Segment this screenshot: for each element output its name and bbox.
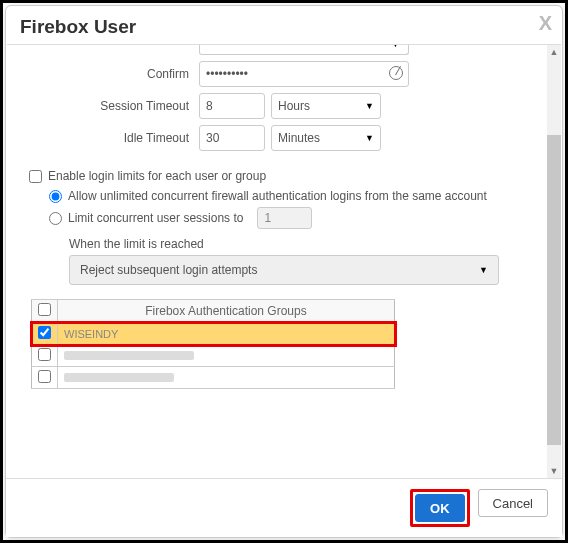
- option-unlimited-radio[interactable]: [49, 190, 62, 203]
- table-row[interactable]: [32, 345, 395, 367]
- idle-timeout-unit-select[interactable]: Minutes ▼: [271, 125, 381, 151]
- confirm-password-input[interactable]: [199, 61, 409, 87]
- scrollbar-thumb[interactable]: [547, 135, 561, 445]
- idle-timeout-value[interactable]: [199, 125, 265, 151]
- truncated-field-row: x ▼: [11, 45, 547, 55]
- session-timeout-row: Session Timeout Hours ▼: [11, 93, 547, 119]
- scroll-down-icon[interactable]: ▼: [547, 464, 561, 478]
- login-limits-section: Enable login limits for each user or gro…: [29, 169, 547, 285]
- option-limit-radio[interactable]: [49, 212, 62, 225]
- reveal-password-icon[interactable]: [389, 66, 403, 80]
- group-row-checkbox[interactable]: [38, 370, 51, 383]
- limit-value-field[interactable]: 1: [257, 207, 312, 229]
- idle-timeout-unit: Minutes: [278, 131, 320, 145]
- confirm-row: Confirm: [11, 61, 547, 87]
- ok-button[interactable]: OK: [415, 494, 465, 522]
- truncated-select[interactable]: ▼: [199, 45, 409, 55]
- cancel-button[interactable]: Cancel: [478, 489, 548, 517]
- chevron-down-icon: ▼: [365, 133, 374, 143]
- group-name: WISEINDY: [58, 323, 395, 345]
- group-name: [58, 367, 395, 389]
- select-all-groups-checkbox[interactable]: [38, 303, 51, 316]
- session-timeout-unit-select[interactable]: Hours ▼: [271, 93, 381, 119]
- scroll-up-icon[interactable]: ▲: [547, 45, 561, 59]
- dialog-title: Firebox User: [20, 16, 136, 37]
- dialog-body: x ▼ Confirm Session Timeout: [7, 45, 547, 478]
- dialog-footer: OK Cancel: [6, 478, 562, 537]
- auth-groups-header: Firebox Authentication Groups: [58, 300, 395, 323]
- scrollbar-track[interactable]: ▲ ▼: [547, 45, 561, 478]
- auth-groups-table: Firebox Authentication Groups WISEINDY: [31, 299, 395, 389]
- limit-reached-action-select[interactable]: Reject subsequent login attempts ▼: [69, 255, 499, 285]
- limit-reached-action: Reject subsequent login attempts: [80, 263, 257, 277]
- confirm-label: Confirm: [11, 67, 199, 81]
- option-limit-label: Limit concurrent user sessions to: [68, 211, 243, 225]
- table-row[interactable]: WISEINDY: [32, 323, 395, 345]
- option-unlimited-label: Allow unlimited concurrent firewall auth…: [68, 189, 487, 203]
- session-timeout-label: Session Timeout: [11, 99, 199, 113]
- firebox-user-dialog: Firebox User X x ▼ Confirm: [5, 5, 563, 538]
- chevron-down-icon: ▼: [391, 45, 400, 49]
- enable-login-limits-checkbox[interactable]: [29, 170, 42, 183]
- group-row-checkbox[interactable]: [38, 326, 51, 339]
- table-row[interactable]: [32, 367, 395, 389]
- close-icon[interactable]: X: [539, 12, 552, 35]
- chevron-down-icon: ▼: [479, 265, 488, 275]
- idle-timeout-label: Idle Timeout: [11, 131, 199, 145]
- dialog-header: Firebox User X: [6, 6, 562, 44]
- group-name: [58, 345, 395, 367]
- group-row-checkbox[interactable]: [38, 348, 51, 361]
- ok-highlight-box: OK: [410, 489, 470, 527]
- idle-timeout-row: Idle Timeout Minutes ▼: [11, 125, 547, 151]
- enable-login-limits-label: Enable login limits for each user or gro…: [48, 169, 266, 183]
- chevron-down-icon: ▼: [365, 101, 374, 111]
- session-timeout-unit: Hours: [278, 99, 310, 113]
- limit-reached-label: When the limit is reached: [69, 237, 547, 251]
- session-timeout-value[interactable]: [199, 93, 265, 119]
